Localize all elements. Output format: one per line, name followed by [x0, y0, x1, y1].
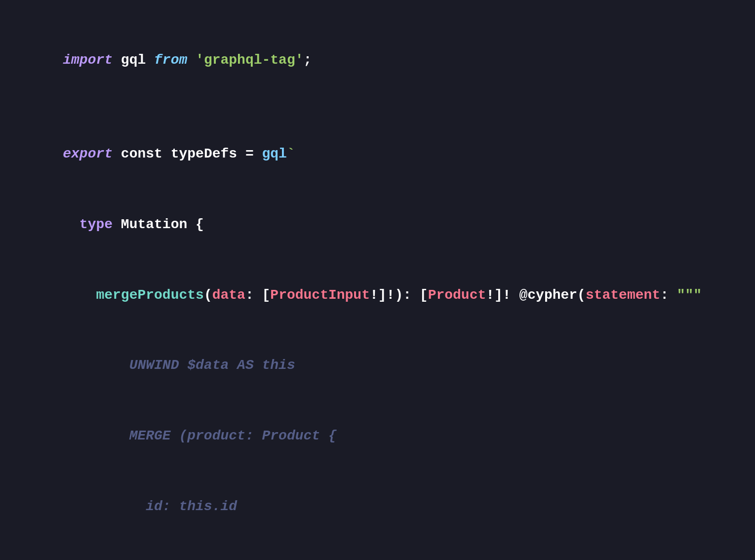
statement-param: statement [586, 287, 660, 303]
mutation-name: Mutation [113, 217, 196, 232]
cypher-merge: MERGE (product: Product { [63, 428, 337, 443]
keyword-import: import [63, 52, 113, 68]
typedefs-name: typeDefs [162, 146, 245, 161]
code-line-9: }) [30, 542, 725, 560]
keyword-from: from [154, 52, 187, 68]
paren-open: ( [204, 287, 212, 303]
code-line-8: id: this.id [30, 471, 725, 542]
code-line-4: type Mutation { [30, 189, 725, 260]
identifier-gql: gql [113, 52, 154, 68]
paren-open2: ( [577, 287, 586, 303]
cypher-id-field: id: this.id [63, 499, 237, 514]
code-line-6: UNWIND $data AS this [30, 330, 725, 401]
colon1: : [245, 287, 262, 303]
string-graphql-tag: 'graphql-tag' [187, 52, 303, 68]
gql-identifier: gql [262, 146, 287, 161]
brace-open-mutation: { [196, 217, 204, 232]
keyword-type1: type [79, 217, 113, 232]
cypher-unwind: UNWIND $data AS this [63, 358, 295, 373]
bangs1: !]! [370, 287, 395, 303]
code-line-blank1 [30, 95, 725, 119]
paren-close-colon: ): [395, 287, 419, 303]
indent-merge [63, 287, 96, 303]
code-editor: import gql from 'graphql-tag'; export co… [0, 0, 755, 560]
bangs2: !]! [486, 287, 519, 303]
keyword-export: export [63, 146, 113, 161]
bracket-open2: [ [420, 287, 428, 303]
colon-stmt: : [660, 287, 677, 303]
code-line-5: mergeProducts(data: [ProductInput!]!): [… [30, 260, 725, 330]
bracket-open: [ [262, 287, 271, 303]
indent-type [63, 217, 79, 232]
ws1 [113, 146, 121, 161]
triple-quote-open: """ [677, 287, 702, 303]
code-line-1: import gql from 'graphql-tag'; [30, 25, 725, 95]
punct-semicolon: ; [304, 52, 312, 68]
param-data: data [212, 287, 245, 303]
code-line-3: export const typeDefs = gql` [30, 119, 725, 189]
product-return-type: Product [428, 287, 486, 303]
merge-products-name: mergeProducts [96, 287, 203, 303]
keyword-const: const [121, 146, 162, 161]
backtick-open: ` [287, 146, 295, 161]
at-cypher: @cypher [519, 287, 577, 303]
code-line-7: MERGE (product: Product { [30, 401, 725, 472]
equals-sign: = [245, 146, 262, 161]
productinput-type: ProductInput [270, 287, 370, 303]
